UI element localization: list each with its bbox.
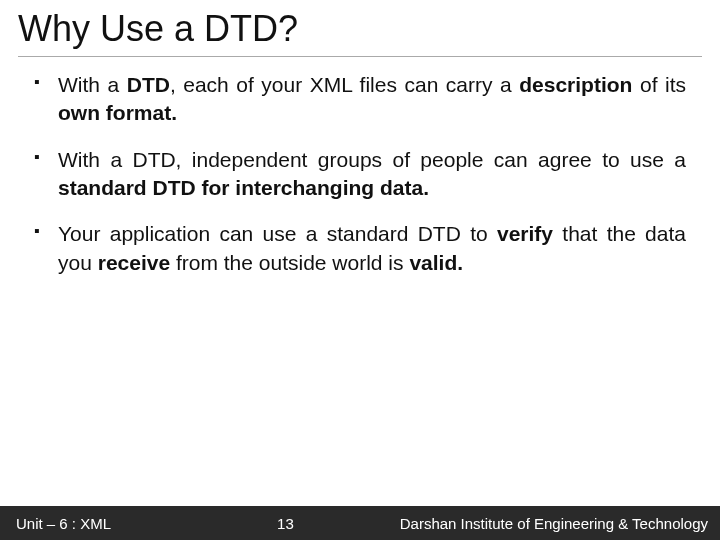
bullet-list: With a DTD, each of your XML files can c… (34, 71, 686, 277)
bullet-item: Your application can use a standard DTD … (34, 220, 686, 277)
title-area: Why Use a DTD? (0, 0, 720, 56)
footer-institution: Darshan Institute of Engineering & Techn… (400, 515, 720, 532)
slide: Why Use a DTD? With a DTD, each of your … (0, 0, 720, 540)
bullet-item: With a DTD, independent groups of people… (34, 146, 686, 203)
footer-bar: Unit – 6 : XML 13 Darshan Institute of E… (0, 506, 720, 540)
content-area: With a DTD, each of your XML files can c… (0, 57, 720, 540)
footer-page-number: 13 (111, 515, 400, 532)
slide-title: Why Use a DTD? (18, 8, 702, 50)
footer-unit: Unit – 6 : XML (0, 515, 111, 532)
bullet-item: With a DTD, each of your XML files can c… (34, 71, 686, 128)
